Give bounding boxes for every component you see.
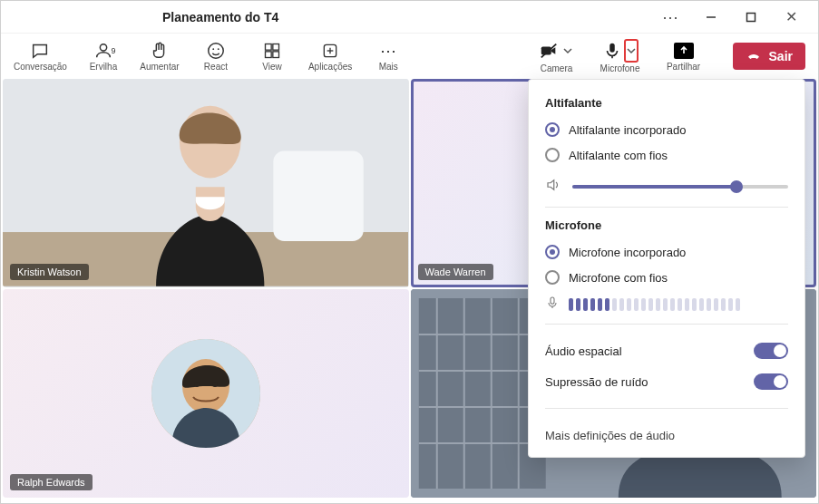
mic-icon	[602, 41, 622, 61]
raise-hand-label: Aumentar	[140, 62, 179, 72]
svg-rect-9	[273, 52, 279, 58]
apps-label: Aplicações	[308, 62, 352, 72]
svg-rect-1	[747, 13, 756, 21]
option-label: Altifalante com fios	[569, 149, 668, 162]
spatial-audio-toggle[interactable]	[754, 343, 788, 359]
participant-name: Kristin Watson	[10, 264, 89, 280]
participant-illustration	[3, 79, 408, 286]
raise-hand-icon	[150, 41, 170, 61]
more-label: Mais	[379, 62, 398, 72]
speaker-volume-icon	[545, 177, 561, 196]
participant-name: Wade Warren	[418, 264, 493, 280]
window-more-icon[interactable]: ⋯	[651, 1, 691, 34]
option-label: Microfone incorporado	[569, 246, 686, 259]
people-count: 9	[111, 46, 115, 55]
noise-suppression-toggle[interactable]	[754, 373, 788, 390]
leave-label: Sair	[769, 49, 793, 63]
participant-name: Ralph Edwards	[10, 474, 93, 490]
divider	[545, 207, 788, 208]
react-icon	[206, 41, 226, 61]
mic-chevron[interactable]	[624, 39, 639, 63]
mic-level-meter	[545, 296, 788, 313]
speaker-option-wired[interactable]: Altifalante com fios	[545, 142, 788, 168]
radio-off-icon	[545, 148, 560, 162]
meeting-toolbar: Conversação 9 Ervilha Aumentar React Vie…	[1, 34, 818, 79]
raise-hand-button[interactable]: Aumentar	[140, 41, 180, 72]
spatial-audio-label: Áudio espacial	[545, 344, 622, 358]
mic-section-title: Microfone	[545, 218, 788, 232]
divider	[545, 408, 788, 409]
option-label: Altifalante incorporado	[569, 123, 686, 137]
window-close-icon[interactable]: ✕	[771, 1, 811, 34]
view-button[interactable]: View	[252, 41, 292, 72]
more-button[interactable]: ⋯ Mais	[368, 41, 408, 72]
svg-point-2	[100, 44, 106, 51]
participant-tile[interactable]: Ralph Edwards	[3, 289, 409, 498]
hangup-icon	[746, 48, 762, 64]
apps-icon	[320, 41, 340, 61]
speaker-section-title: Altifalante	[545, 96, 788, 110]
view-label: View	[262, 62, 282, 72]
noise-suppression-label: Supressão de ruído	[545, 375, 648, 389]
svg-rect-6	[265, 44, 271, 51]
mic-option-wired[interactable]: Microfone com fios	[545, 265, 788, 290]
window-minimize-icon[interactable]	[691, 1, 731, 34]
divider	[545, 324, 788, 325]
share-label: Partilhar	[667, 62, 700, 72]
svg-point-23	[194, 382, 200, 387]
svg-rect-15	[609, 44, 615, 53]
camera-chevron[interactable]	[561, 39, 575, 63]
volume-row	[545, 177, 788, 196]
svg-point-5	[218, 48, 219, 50]
volume-slider[interactable]	[572, 185, 788, 189]
svg-point-3	[209, 44, 224, 59]
more-audio-settings-link[interactable]: Mais definições de áudio	[545, 420, 788, 444]
radio-on-icon	[545, 245, 560, 259]
camera-label: Camera	[541, 63, 573, 73]
more-icon: ⋯	[378, 41, 398, 61]
svg-point-4	[212, 48, 214, 50]
camera-off-icon	[539, 41, 559, 61]
react-button[interactable]: React	[196, 41, 236, 72]
react-label: React	[204, 62, 228, 72]
mic-level-icon	[545, 296, 560, 313]
people-label: Ervilha	[90, 62, 118, 72]
meeting-title: Planeamento do T4	[162, 10, 278, 24]
mic-button[interactable]: Microfone	[597, 39, 644, 73]
radio-off-icon	[545, 270, 560, 285]
svg-point-24	[212, 382, 218, 387]
mic-option-builtin[interactable]: Microfone incorporado	[545, 239, 788, 265]
chat-icon	[30, 41, 50, 61]
avatar	[151, 339, 260, 448]
noise-suppression-row: Supressão de ruído	[545, 366, 788, 397]
svg-rect-36	[551, 297, 554, 304]
svg-rect-19	[273, 151, 363, 241]
window-maximize-icon[interactable]	[731, 1, 771, 34]
participant-tile[interactable]: Kristin Watson	[3, 79, 409, 287]
mic-label: Microfone	[600, 63, 640, 73]
spatial-audio-row: Áudio espacial	[545, 335, 788, 366]
view-icon	[262, 41, 282, 61]
share-button[interactable]: Partilhar	[660, 41, 707, 72]
people-button[interactable]: 9 Ervilha	[83, 41, 123, 72]
speaker-option-builtin[interactable]: Altifalante incorporado	[545, 117, 788, 142]
radio-on-icon	[545, 122, 560, 137]
leave-button[interactable]: Sair	[733, 43, 805, 70]
svg-rect-8	[265, 52, 271, 58]
audio-settings-panel: Altifalante Altifalante incorporado Alti…	[528, 79, 805, 458]
share-icon	[674, 43, 694, 59]
option-label: Microfone com fios	[569, 271, 668, 285]
camera-button[interactable]: Camera	[533, 39, 580, 73]
svg-rect-7	[273, 44, 279, 51]
apps-button[interactable]: Aplicações	[308, 41, 352, 72]
chat-button[interactable]: Conversação	[14, 41, 67, 72]
titlebar: Planeamento do T4 ⋯ ✕	[1, 1, 818, 34]
chat-label: Conversação	[14, 62, 67, 72]
